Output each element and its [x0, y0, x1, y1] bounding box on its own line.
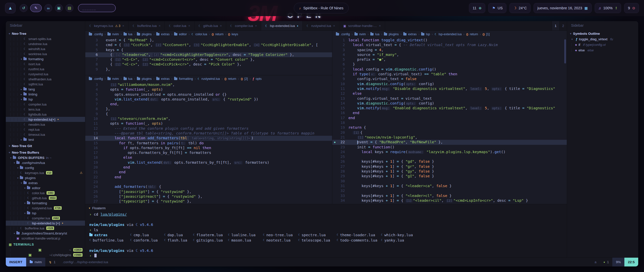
- breadcrumb-item[interactable]: plugins: [384, 32, 399, 36]
- breadcrumb-item[interactable]: {}return: [212, 32, 224, 36]
- breadcrumb-item[interactable]: lua: [370, 32, 379, 36]
- launcher-button[interactable]: ▲: [5, 3, 16, 13]
- code-line[interactable]: 8 },: [85, 107, 332, 111]
- code-line[interactable]: 21 end: [85, 170, 332, 175]
- section-symbols-outline[interactable]: ▾ Symbols Outline: [567, 31, 638, 36]
- ls-entry-spectre-lua[interactable]: ☾spectre.lua: [298, 232, 337, 238]
- code-line[interactable]: 34 keys[#keys + 1] = { [1]"<leader>cil",…: [332, 198, 567, 203]
- code-line[interactable]: 9 {: [85, 112, 332, 116]
- code-line[interactable]: 26 ["javascriptreact"] = { "rustywind" }…: [85, 194, 332, 199]
- widget-volume[interactable]: ♫100%↥: [595, 3, 621, 13]
- code-line[interactable]: 18: [332, 120, 567, 125]
- breadcrumb-item[interactable]: plugins: [137, 77, 152, 81]
- code-line[interactable]: 26 keys[#keys + 1] = { "gd", false }: [332, 159, 567, 164]
- symbol-toggle-diag-virtext[interactable]: ▾ƒtoggle_diag_virtextfu: [567, 36, 638, 42]
- tree-file-lsp-extended-lu[interactable]: ││││☾lsp-extended.lu[+]●: [6, 117, 85, 122]
- close-icon[interactable]: ×: [159, 24, 161, 28]
- code-line[interactable]: 4 source = "if_many",: [332, 52, 567, 57]
- code-line[interactable]: 3 [1]"williamboman/mason.nvim",: [85, 82, 332, 87]
- widget-keyboard-layout[interactable]: ⚑US: [488, 3, 506, 13]
- code-line[interactable]: 29 keys[#keys + 1] = { "gI", false }: [332, 174, 567, 179]
- tree-file-timeout-lua[interactable]: ││││☾timeout.lua: [6, 132, 85, 137]
- tree-file-lsp-extended-lu[interactable]: │││││☾lsp-extended.lu [+]●: [6, 221, 85, 226]
- code-line[interactable]: 10 vim.diagnostic.config(opts: config): [332, 82, 567, 86]
- widget-workspaces[interactable]: 11⊕: [469, 3, 486, 13]
- close-icon[interactable]: ×: [255, 24, 257, 28]
- close-icon[interactable]: ×: [379, 24, 381, 28]
- code-line[interactable]: ◆22 event = { "BufReadPre", "BufNewFile"…: [332, 140, 567, 145]
- code-line[interactable]: 14 vim.diagnostic.config(opts: config): [332, 101, 567, 106]
- widget-date[interactable]: jueves, noviembre 16, 2023▦: [534, 3, 591, 13]
- breadcrumb-item[interactable]: extras: [403, 32, 417, 36]
- tree-folder-linting[interactable]: │││▸linting: [6, 92, 85, 97]
- link-button[interactable]: ∞: [44, 4, 52, 12]
- code-line[interactable]: 23 init = function(): [332, 145, 567, 150]
- tree-file-bufferline-lua[interactable]: │││☾bufferline.lua#328: [6, 226, 85, 231]
- code-area[interactable]: 3 event = { "BufRead" },4 cmd = { [1]"Cc…: [85, 38, 332, 75]
- tree-folder-lang[interactable]: │││▸lang: [6, 87, 85, 92]
- code-line[interactable]: 24 add_formatters(tbl: {: [85, 184, 332, 189]
- tree-folder-formatting[interactable]: ││││▾formatting: [6, 200, 85, 206]
- floaterm-header[interactable]: ▾ Floaterm: [85, 204, 567, 212]
- ls-entry-theme-loader-lua[interactable]: ☾theme-loader.lua: [337, 232, 381, 238]
- breadcrumb-item[interactable]: ☾lsp-extended.lua: [435, 32, 462, 36]
- breadcrumb-item[interactable]: {}[2]: [241, 77, 248, 81]
- breadcrumb-item[interactable]: ƒopts: [253, 77, 262, 81]
- code-line[interactable]: 9 },: [85, 67, 332, 72]
- breadcrumb-item[interactable]: plugins: [137, 32, 152, 36]
- scrollbar-handle[interactable]: [564, 39, 566, 63]
- breadcrumb-item[interactable]: nvim: [107, 32, 119, 36]
- code-line[interactable]: 33 keys[#keys + 1] = { "<leader>cl", fal…: [332, 193, 567, 198]
- breadcrumb-item[interactable]: {}[1]: [482, 32, 490, 36]
- tabpage-1[interactable]: 1: [552, 21, 559, 30]
- breadcrumb-item[interactable]: extras: [156, 77, 170, 81]
- close-icon[interactable]: ×: [122, 24, 124, 28]
- tree-folder-config-nvim-lua[interactable]: │▾.config/nvim/lua: [6, 160, 85, 165]
- tree-folder-test[interactable]: │││▸test: [6, 137, 85, 142]
- ls-entry-lualine-lua[interactable]: ☾lualine.lua: [228, 232, 263, 238]
- code-line[interactable]: 24 local keys = require(modname: "lazyvi…: [332, 150, 567, 154]
- tab-rustywind-lua[interactable]: ☾rustywind.lua×: [303, 21, 339, 30]
- breadcrumb-item[interactable]: {}keys: [228, 32, 238, 36]
- code-line[interactable]: 12 --- Extend the conform plugin config …: [85, 126, 332, 131]
- breadcrumb-item[interactable]: lsp: [421, 32, 430, 36]
- symbol-else[interactable]: │◈elseelse: [567, 47, 638, 53]
- code-line[interactable]: 20 end: [85, 165, 332, 170]
- code-line[interactable]: 27 keys[#keys + 1] = { "gr", false }: [332, 164, 567, 169]
- tree-file-neodim-lua[interactable]: ││││☾neodim.lua: [6, 122, 85, 127]
- tree-file-rustywind-lua[interactable]: ││││☾rustywind.lua: [6, 72, 85, 77]
- code-line[interactable]: 5 prefix = "●",: [332, 57, 567, 62]
- close-icon[interactable]: ×: [333, 24, 335, 28]
- ls-entry-bufferline-lua[interactable]: ☾bufferline.lua: [89, 238, 130, 243]
- ls-entry-cmp-lua[interactable]: ☾cmp.lua: [130, 232, 164, 238]
- code-line[interactable]: 6 vim.list_extend(dst: opts.ensure_insta…: [85, 97, 332, 102]
- breadcrumb-item[interactable]: formatting: [174, 77, 193, 81]
- code-line[interactable]: 32: [332, 188, 567, 193]
- code-line[interactable]: 9 config.virtual_text = false: [332, 77, 567, 81]
- ls-entry-floaterm-lua[interactable]: ☾floaterm.lua: [193, 232, 228, 238]
- close-icon[interactable]: ×: [220, 24, 222, 28]
- tree-folder-extras[interactable]: │││▾extras: [6, 180, 85, 185]
- code-line[interactable]: 18 else: [85, 155, 332, 160]
- breadcrumb-item[interactable]: .config: [336, 32, 350, 36]
- tree-folder-config[interactable]: ││▾config: [6, 165, 85, 170]
- tree-label-open-buffers[interactable]: ▾OPEN BUFFERSin ~: [6, 155, 85, 160]
- tab-scrollbar-handle[interactable]: ▣scrollbar-handle-…×: [339, 21, 385, 30]
- tree-file-color-lua[interactable]: │││││☾color.lua#493: [6, 190, 85, 195]
- tabpage-2[interactable]: 2: [559, 21, 567, 30]
- breadcrumb-item[interactable]: ☾rustywind.lua: [197, 77, 220, 81]
- code-line[interactable]: 11 opts = function(_, opts): [85, 121, 332, 126]
- code-line[interactable]: 2 local virtual_text = { -- Default virt…: [332, 43, 567, 47]
- tree-folder-plugins[interactable]: ││▾plugins: [6, 175, 85, 180]
- code-line[interactable]: 17 opts.formatters_by_ft[ft] = formatter…: [85, 150, 332, 155]
- code-line[interactable]: 22 end: [85, 175, 332, 180]
- tab-github-lua[interactable]: ☾github.lua×: [194, 21, 226, 30]
- breadcrumb-item[interactable]: .config: [89, 32, 103, 36]
- code-line[interactable]: 6 { [1]"<leader>uC", [2]"<cmd>CccHighlig…: [85, 52, 332, 57]
- tree-file-keymaps-lua[interactable]: │││☾keymaps.lua#10⚠: [6, 170, 85, 175]
- section-neotree-buffers[interactable]: ▾ Neo-Tree Buffers: [6, 150, 85, 155]
- ls-entry-extras[interactable]: extras: [89, 232, 130, 238]
- close-icon[interactable]: ×: [188, 24, 190, 28]
- tree-folder-formatting[interactable]: │││▾formatting: [6, 56, 85, 61]
- breadcrumb-item[interactable]: ☾color.lua: [191, 32, 207, 36]
